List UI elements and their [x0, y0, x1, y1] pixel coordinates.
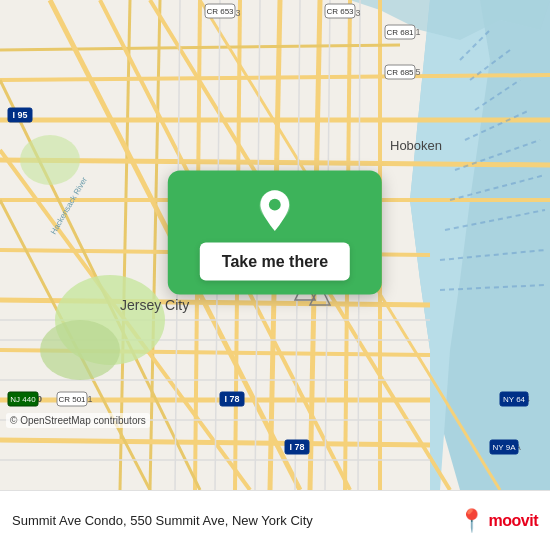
svg-text:NY 9A: NY 9A [493, 443, 517, 452]
svg-point-92 [269, 199, 281, 211]
take-me-there-button[interactable]: Take me there [200, 243, 350, 281]
take-me-there-container: Take me there [168, 171, 382, 295]
svg-point-42 [20, 135, 80, 185]
bottom-bar: Summit Ave Condo, 550 Summit Ave, New Yo… [0, 490, 550, 550]
svg-text:NJ 440: NJ 440 [10, 395, 36, 404]
svg-point-41 [40, 320, 120, 380]
moovit-brand-text: moovit [489, 512, 538, 530]
svg-text:CR 501: CR 501 [58, 395, 86, 404]
moovit-pin-icon: 📍 [458, 508, 485, 534]
destination-card: Take me there [168, 171, 382, 295]
svg-text:CR 653: CR 653 [326, 7, 354, 16]
map-attribution: © OpenStreetMap contributors [6, 413, 150, 428]
location-pin-icon [253, 189, 297, 233]
svg-text:I 78: I 78 [289, 442, 304, 452]
address-label: Summit Ave Condo, 550 Summit Ave, New Yo… [12, 513, 458, 528]
svg-text:CR 681: CR 681 [386, 28, 414, 37]
svg-text:I 78: I 78 [224, 394, 239, 404]
map-container: CR 653 CR 653 CR 681 CR 685 I 95 NJ 440 … [0, 0, 550, 490]
svg-text:NY 64: NY 64 [503, 395, 526, 404]
svg-text:I 95: I 95 [12, 110, 27, 120]
svg-text:CR 685: CR 685 [386, 68, 414, 77]
svg-text:Jersey City: Jersey City [120, 297, 189, 313]
svg-text:CR 653: CR 653 [206, 7, 234, 16]
svg-text:Hoboken: Hoboken [390, 138, 442, 153]
moovit-logo: 📍 moovit [458, 508, 538, 534]
